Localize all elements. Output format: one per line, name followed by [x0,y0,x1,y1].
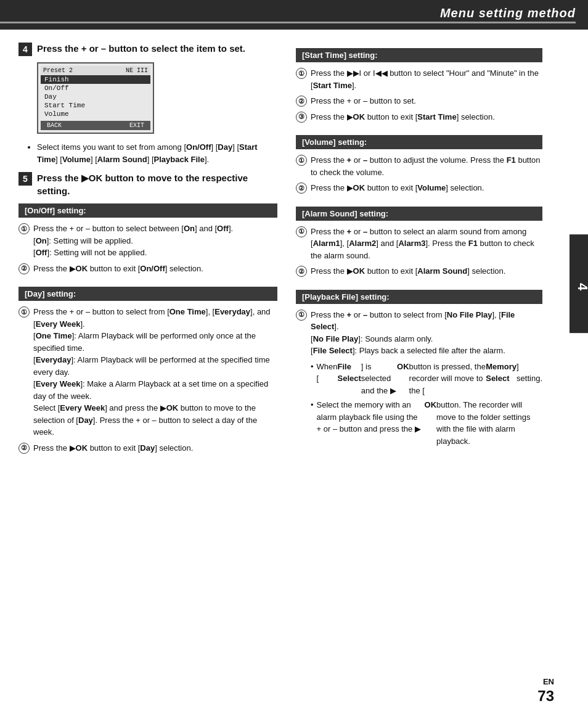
step4-number: 4 [18,43,32,56]
screen-footer: BACK EXIT [41,121,150,130]
step5-number: 5 [18,172,32,186]
screen-footer-left: BACK [47,122,62,129]
page-title: Menu setting method [440,6,576,20]
on-off-note2: [Off]: Setting will not be applied. [33,248,147,257]
step5-title: Press the ▶OK button to move to the resp… [37,171,277,197]
on-off-section-body: ① Press the + or – button to select betw… [18,223,277,281]
alarm-sound-circle1: ① [296,226,307,237]
volume-circle2: ② [296,183,307,194]
day-header-label: [Day] setting: [25,289,76,298]
alarm-sound-item1: ① Press the + or – button to select an a… [296,226,542,262]
day-note-everyweek: [Every Week]: Make a Alarm Playback at a… [33,379,268,401]
alarm-sound-content1: Press the + or – button to select an ala… [311,226,542,262]
start-time-content2: Press the + or – button to set. [311,95,542,107]
screen-header: Preset 2 NE III [41,66,150,75]
playback-file-item1: ① Press the + or – button to select from… [296,309,542,357]
screen-item-finish: Finish [41,75,150,84]
on-off-header-label: [On/Off] setting: [25,206,86,215]
start-time-circle2: ② [296,96,307,107]
alarm-sound-item2: ② Press the ▶OK button to exit [Alarm So… [296,265,542,277]
step4-title: Press the + or – button to select the it… [37,42,245,55]
on-off-item1: ① Press the + or – button to select betw… [18,223,277,259]
volume-item2: ② Press the ▶OK button to exit [Volume] … [296,182,542,194]
device-screen: Preset 2 NE III Finish On/Off Day Start … [37,62,154,134]
start-time-circle1: ① [296,68,307,79]
day-note-select: Select [Every Week] and press the ▶OK bu… [33,403,257,437]
alarm-sound-content2: Press the ▶OK button to exit [Alarm Soun… [311,265,542,277]
screen-item-day: Day [41,92,150,101]
start-time-header-label: [Start Time] setting: [302,51,378,60]
start-time-item1: ① Press the ▶▶I or I◀◀ button to select … [296,67,542,91]
page-lang: EN [543,677,554,686]
alarm-sound-section-header: [Alarm Sound] setting: [296,207,542,221]
page-header: Menu setting method [0,0,588,30]
right-column: [Start Time] setting: ① Press the ▶▶I or… [290,42,555,460]
day-item2: ② Press the ▶OK button to exit [Day] sel… [18,442,277,454]
volume-section-body: ① Press the + or – button to adjust the … [296,154,542,200]
alarm-sound-section-body: ① Press the + or – button to select an a… [296,226,542,284]
on-off-content1: Press the + or – button to select betwee… [33,223,277,259]
day-circle1: ① [18,306,30,318]
on-off-section-header: [On/Off] setting: [18,203,277,218]
step4-bullet-list: Select items you want to set from among … [37,141,277,165]
day-note-everyday: [Everyday]: Alarm Playback will be perfo… [33,355,270,377]
screen-item-onoff: On/Off [41,84,150,92]
start-time-circle3: ③ [296,112,307,123]
day-circle2: ② [18,443,30,454]
playback-file-section-header: [Playback File] setting: [296,290,542,304]
day-section-body: ① Press the + or – button to select from… [18,306,277,460]
alarm-sound-circle2: ② [296,266,307,277]
start-time-content3: Press the ▶OK button to exit [Start Time… [311,111,542,123]
playback-file-bullet2: Select the memory with an alarm playback… [311,399,542,447]
volume-circle1: ① [296,155,307,166]
day-item1: ① Press the + or – button to select from… [18,306,277,438]
screen-item-starttime: Start Time [41,101,150,110]
day-note-onetime: [One Time]: Alarm Playback will be perfo… [33,331,256,353]
playback-file-note-fileselect: [File Select]: Plays back a selected fil… [311,346,505,355]
on-off-item2: ② Press the ▶OK button to exit [On/Off] … [18,263,277,275]
volume-content1: Press the + or – button to adjust the vo… [311,154,542,178]
page-number: 73 [537,687,554,705]
alarm-sound-header-label: [Alarm Sound] setting: [302,209,388,218]
screen-item-volume: Volume [41,110,150,118]
playback-file-bullet1: When [File Select] is selected and the ▶… [311,361,542,397]
day-section-header: [Day] setting: [18,287,277,301]
on-off-circle1: ① [18,223,30,234]
playback-file-note-nofile: [No File Play]: Sounds alarm only. [311,334,433,343]
day-content1: Press the + or – button to select from [… [33,306,277,438]
playback-file-content1: Press the + or – button to select from [… [311,309,542,357]
start-time-item3: ③ Press the ▶OK button to exit [Start Ti… [296,111,542,123]
step4-heading: 4 Press the + or – button to select the … [18,42,277,56]
start-time-section-body: ① Press the ▶▶I or I◀◀ button to select … [296,67,542,129]
step5-heading: 5 Press the ▶OK button to move to the re… [18,171,277,197]
start-time-section-header: [Start Time] setting: [296,48,542,62]
volume-item1: ① Press the + or – button to adjust the … [296,154,542,178]
on-off-content2: Press the ▶OK button to exit [On/Off] se… [33,263,277,275]
screen-header-right: NE III [126,67,148,74]
volume-header-label: [Volume] setting: [302,137,367,147]
playback-file-circle1: ① [296,310,307,321]
playback-file-header-label: [Playback File] setting: [302,292,390,302]
playback-file-section-body: ① Press the + or – button to select from… [296,309,542,453]
sidebar-tab-number: 4 [574,283,588,290]
day-content2: Press the ▶OK button to exit [Day] selec… [33,442,277,454]
on-off-circle2: ② [18,263,30,274]
start-time-content1: Press the ▶▶I or I◀◀ button to select "H… [311,67,542,91]
step4-bullet: Select items you want to set from among … [37,141,277,165]
on-off-note1: [On]: Setting will be applied. [33,236,133,245]
volume-content2: Press the ▶OK button to exit [Volume] se… [311,182,542,194]
start-time-item2: ② Press the + or – button to set. [296,95,542,107]
volume-section-header: [Volume] setting: [296,135,542,149]
screen-header-left: Preset 2 [43,67,73,74]
sidebar-menu-tab: 4 Menu setting method [570,234,588,333]
left-column: 4 Press the + or – button to select the … [0,42,290,460]
screen-footer-right: EXIT [129,122,144,129]
